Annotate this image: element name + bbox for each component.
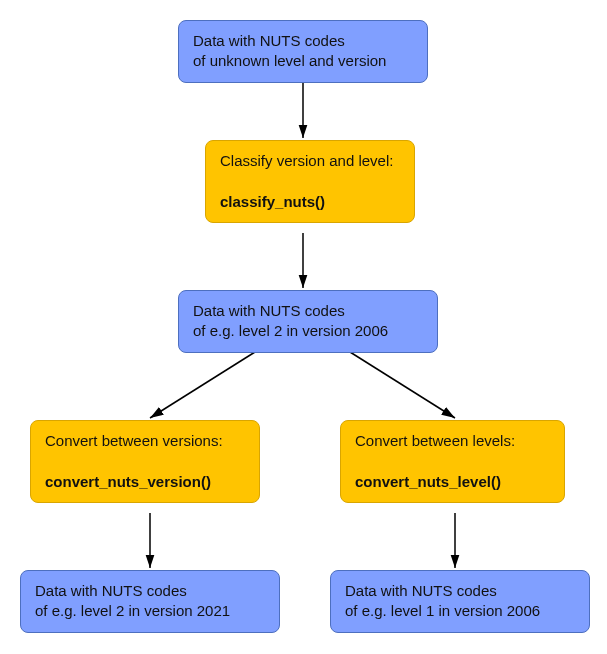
text-line: of e.g. level 2 in version 2021 [35, 602, 230, 619]
svg-line-2 [150, 352, 255, 418]
node-classified-data: Data with NUTS codes of e.g. level 2 in … [178, 290, 438, 353]
text-line: of unknown level and version [193, 52, 386, 69]
node-input-data: Data with NUTS codes of unknown level an… [178, 20, 428, 83]
node-output-level: Data with NUTS codes of e.g. level 1 in … [330, 570, 590, 633]
function-name: convert_nuts_version() [45, 473, 211, 490]
step-label: Convert between versions: [45, 432, 223, 449]
text-line: Data with NUTS codes [345, 582, 497, 599]
node-convert-level: Convert between levels: convert_nuts_lev… [340, 420, 565, 503]
function-name: classify_nuts() [220, 193, 325, 210]
node-classify: Classify version and level: classify_nut… [205, 140, 415, 223]
text-line: Data with NUTS codes [193, 32, 345, 49]
text-line: of e.g. level 1 in version 2006 [345, 602, 540, 619]
text-line: of e.g. level 2 in version 2006 [193, 322, 388, 339]
function-name: convert_nuts_level() [355, 473, 501, 490]
node-output-version: Data with NUTS codes of e.g. level 2 in … [20, 570, 280, 633]
step-label: Convert between levels: [355, 432, 515, 449]
node-convert-version: Convert between versions: convert_nuts_v… [30, 420, 260, 503]
text-line: Data with NUTS codes [35, 582, 187, 599]
text-line: Data with NUTS codes [193, 302, 345, 319]
step-label: Classify version and level: [220, 152, 393, 169]
svg-line-3 [350, 352, 455, 418]
